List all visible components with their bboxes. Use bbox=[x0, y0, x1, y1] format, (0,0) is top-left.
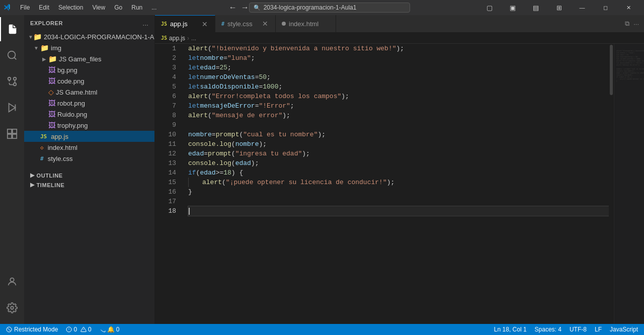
title-search-box[interactable]: 🔍 2034-logica-programacion-1-Aula1 bbox=[249, 3, 410, 13]
info-icon bbox=[100, 326, 106, 332]
timeline-section[interactable]: ▶ TIMELINE bbox=[24, 180, 154, 189]
line-numbers: 123456789101112131415161718 bbox=[155, 44, 180, 324]
code-line: edad = prompt("ingresa tu edad"); bbox=[188, 149, 609, 158]
menu-go[interactable]: Go bbox=[110, 3, 126, 12]
menu-view[interactable]: View bbox=[88, 3, 109, 12]
window-controls: ▢ ▣ ▤ ⊞ — ◻ ✕ bbox=[478, 0, 640, 15]
activity-accounts[interactable] bbox=[0, 270, 24, 294]
status-bar: Restricted Mode 0 0 🔔 0 Ln 18, Col 1 Spa… bbox=[0, 324, 644, 335]
line-ending[interactable]: LF bbox=[593, 324, 604, 335]
tab-index-html[interactable]: index.html bbox=[276, 15, 336, 32]
status-right: Ln 18, Col 1 Spaces: 4 UTF-8 LF JavaScri… bbox=[492, 324, 640, 335]
title-search-area: ← → 🔍 2034-logica-programacion-1-Aula1 bbox=[165, 3, 474, 13]
tree-label-ruido-png: Ruido.png bbox=[57, 111, 87, 118]
layout-btn-1[interactable]: ▢ bbox=[478, 0, 501, 15]
tab-dot-html bbox=[282, 22, 286, 26]
svg-point-13 bbox=[10, 278, 14, 282]
sidebar-header: EXPLORER ... bbox=[24, 15, 154, 31]
tree-arrow-jsgame: ▶ bbox=[40, 56, 48, 62]
code-line bbox=[188, 120, 609, 130]
tab-bar: JS app.js ✕ # style.css ✕ index.html ⧉ ·… bbox=[155, 15, 644, 33]
breadcrumb-lang-icon: JS bbox=[161, 35, 167, 41]
code-line: let mensajeDeError = "!Error"; bbox=[188, 101, 609, 111]
tree-root-folder[interactable]: ▼ 📁 2034-LOGICA-PROGRAMACION-1-AULA1 bbox=[24, 31, 154, 42]
editor-scrollbar[interactable] bbox=[609, 44, 614, 324]
tab-close-style-css[interactable]: ✕ bbox=[261, 20, 269, 28]
spaces-text: Spaces: 4 bbox=[535, 326, 561, 333]
menu-edit[interactable]: Edit bbox=[35, 3, 53, 12]
tree-item-style-css[interactable]: # style.css bbox=[24, 153, 154, 164]
minimize-button[interactable]: — bbox=[571, 0, 594, 15]
tab-style-css[interactable]: # style.css ✕ bbox=[215, 15, 276, 32]
activity-extensions[interactable] bbox=[0, 122, 24, 146]
tab-app-js[interactable]: JS app.js ✕ bbox=[155, 15, 215, 32]
split-editor-button[interactable]: ⧉ bbox=[624, 19, 630, 29]
tree-item-index-html[interactable]: ◇ index.html bbox=[24, 142, 154, 153]
svg-marker-7 bbox=[9, 104, 16, 112]
run-icon bbox=[7, 102, 18, 113]
close-button[interactable]: ✕ bbox=[617, 0, 640, 15]
svg-rect-11 bbox=[8, 134, 12, 138]
breadcrumb-more[interactable]: ... bbox=[191, 35, 196, 42]
tree-item-bg-png[interactable]: 🖼 bg.png bbox=[24, 64, 154, 75]
scroll-thumb[interactable] bbox=[610, 45, 613, 95]
tab-spacer bbox=[336, 15, 620, 32]
nav-forward-button[interactable]: → bbox=[241, 4, 249, 12]
tree-item-jsgame-html[interactable]: ◇ JS Game.html bbox=[24, 87, 154, 98]
tree-item-trophy-png[interactable]: 🖼 trophy.png bbox=[24, 120, 154, 131]
code-line: } bbox=[188, 187, 609, 197]
outline-section[interactable]: ▶ OUTLINE bbox=[24, 170, 154, 180]
code-line bbox=[188, 206, 609, 216]
code-line: let nombre = "luna"; bbox=[188, 53, 609, 63]
account-icon bbox=[7, 276, 18, 287]
svg-point-3 bbox=[14, 83, 17, 86]
sidebar-menu-button[interactable]: ... bbox=[142, 19, 148, 27]
code-line: let edad = 25; bbox=[188, 63, 609, 72]
breadcrumb-filename[interactable]: app.js bbox=[169, 35, 185, 42]
layout-btn-4[interactable]: ⊞ bbox=[547, 0, 571, 15]
encoding[interactable]: UTF-8 bbox=[568, 324, 589, 335]
cursor-position[interactable]: Ln 18, Col 1 bbox=[492, 324, 529, 335]
tree-item-robot-png[interactable]: 🖼 robot.png bbox=[24, 98, 154, 109]
menu-more[interactable]: ... bbox=[147, 3, 160, 12]
warning-count: 0 bbox=[88, 326, 92, 333]
tree-item-ruido-png[interactable]: 🖼 Ruido.png bbox=[24, 109, 154, 120]
tree-label-index-html: index.html bbox=[48, 144, 77, 151]
tree-item-app-js[interactable]: JS app.js bbox=[24, 131, 154, 142]
minimap: alert("!bienvenido y bienvenida let nomb… bbox=[614, 44, 644, 324]
tree-label-jsgame-files: JS Game_files bbox=[59, 55, 102, 63]
layout-btn-2[interactable]: ▣ bbox=[501, 0, 524, 15]
tab-label-index-html: index.html bbox=[289, 20, 318, 28]
tree-item-jsgame-files[interactable]: ▶ 📁 JS Game_files bbox=[24, 53, 154, 64]
menu-file[interactable]: File bbox=[16, 3, 34, 12]
tree-item-img[interactable]: ▼ 📁 img bbox=[24, 42, 154, 53]
layout-btn-3[interactable]: ▤ bbox=[524, 0, 547, 15]
indentation[interactable]: Spaces: 4 bbox=[533, 324, 564, 335]
nav-back-button[interactable]: ← bbox=[229, 4, 237, 12]
more-actions-button[interactable]: ··· bbox=[632, 19, 640, 29]
info-indicator[interactable]: 🔔 0 bbox=[98, 324, 122, 335]
minimap-content: alert("!bienvenido y bienvenida let nomb… bbox=[614, 44, 644, 324]
menu-selection[interactable]: Selection bbox=[54, 3, 87, 12]
code-editor: 123456789101112131415161718 alert("!bien… bbox=[155, 44, 644, 324]
tree-item-code-png[interactable]: 🖼 code.png bbox=[24, 75, 154, 87]
activity-search[interactable] bbox=[0, 43, 24, 67]
svg-point-14 bbox=[11, 306, 14, 309]
errors-indicator[interactable]: 0 0 bbox=[64, 324, 93, 335]
error-count: 0 bbox=[73, 326, 77, 333]
code-line: console.log(nombre); bbox=[188, 139, 609, 149]
restore-button[interactable]: ◻ bbox=[594, 0, 617, 15]
activity-run[interactable] bbox=[0, 96, 24, 120]
outline-arrow: ▶ bbox=[30, 172, 35, 179]
vscode-logo-icon bbox=[4, 4, 12, 12]
language-mode[interactable]: JavaScript bbox=[608, 324, 640, 335]
activity-explorer[interactable] bbox=[0, 17, 24, 41]
activity-settings[interactable] bbox=[0, 296, 24, 320]
code-line: let saldoDisponible = 1000; bbox=[188, 82, 609, 92]
menu-run[interactable]: Run bbox=[127, 3, 146, 12]
restricted-mode-indicator[interactable]: Restricted Mode bbox=[4, 324, 60, 335]
code-area[interactable]: alert("!bienvenido y bienvenida a nuestr… bbox=[180, 44, 609, 324]
svg-point-4 bbox=[14, 77, 17, 80]
tab-close-app-js[interactable]: ✕ bbox=[201, 20, 209, 28]
activity-source-control[interactable] bbox=[0, 69, 24, 94]
